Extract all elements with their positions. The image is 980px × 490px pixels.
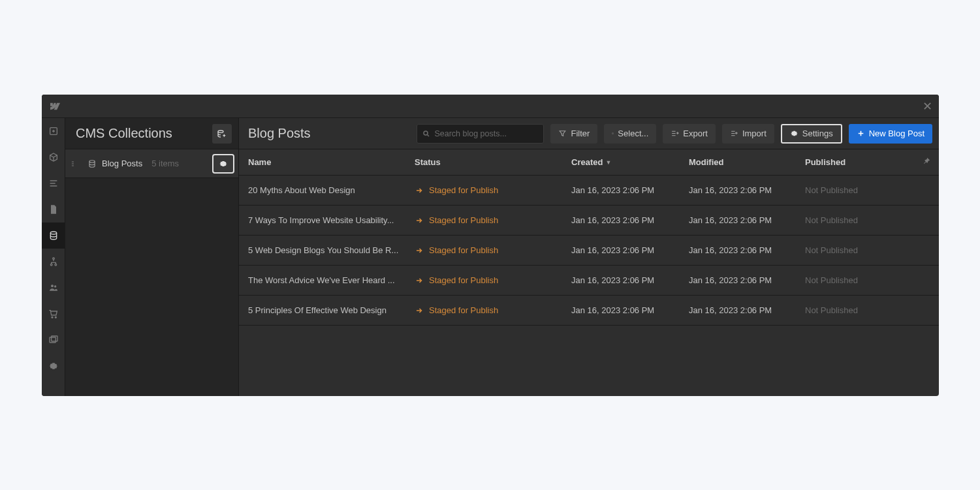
import-button[interactable]: Import	[722, 124, 774, 144]
svg-rect-10	[52, 336, 57, 341]
svg-rect-14	[612, 132, 614, 134]
plus-icon	[857, 129, 865, 138]
rail-users-icon[interactable]	[42, 275, 65, 301]
svg-rect-9	[50, 337, 55, 343]
table-row[interactable]: 7 Ways To Improve Website Usability...St…	[239, 206, 939, 236]
select-button[interactable]: Select...	[604, 124, 656, 144]
collections-sidebar: CMS Collections Blog Posts 5 items	[65, 95, 239, 396]
collection-settings-button[interactable]	[212, 154, 234, 174]
cell-status: Staged for Publish	[415, 275, 571, 285]
cell-modified: Jan 16, 2023 2:06 PM	[689, 305, 805, 315]
collection-row-blog-posts[interactable]: Blog Posts 5 items	[65, 149, 238, 178]
search-input[interactable]: Search blog posts...	[417, 124, 544, 144]
add-collection-icon	[217, 129, 227, 138]
collection-name: Blog Posts	[102, 159, 142, 168]
cell-name: 20 Myths About Web Design	[248, 185, 415, 195]
add-collection-button[interactable]	[212, 124, 232, 144]
cell-status: Staged for Publish	[415, 215, 571, 225]
cell-published: Not Published	[805, 185, 930, 195]
svg-point-1	[50, 232, 56, 234]
pin-icon[interactable]	[922, 157, 931, 168]
rail-pages-icon[interactable]	[42, 196, 65, 222]
cell-status: Staged for Publish	[415, 185, 571, 195]
cell-status: Staged for Publish	[415, 245, 571, 255]
rail-logic-icon[interactable]	[42, 249, 65, 275]
settings-button[interactable]: Settings	[781, 124, 842, 144]
cell-published: Not Published	[805, 275, 930, 285]
rail-cms-icon[interactable]	[42, 222, 65, 249]
col-status[interactable]: Status	[415, 157, 571, 167]
rail-box-icon[interactable]	[42, 144, 65, 170]
rail-navigator-icon[interactable]	[42, 170, 65, 196]
cell-modified: Jan 16, 2023 2:06 PM	[689, 215, 805, 225]
cell-name: 5 Principles Of Effective Web Design	[248, 305, 415, 315]
left-rail	[42, 95, 65, 396]
cell-modified: Jan 16, 2023 2:06 PM	[689, 185, 805, 195]
svg-point-7	[52, 316, 53, 318]
main-panel: Blog Posts Search blog posts... Filter S…	[239, 95, 939, 396]
drag-handle-icon[interactable]	[72, 161, 77, 166]
collection-count: 5 items	[151, 159, 179, 168]
svg-point-11	[218, 130, 223, 132]
rail-assets-icon[interactable]	[42, 327, 65, 353]
cell-created: Jan 16, 2023 2:06 PM	[571, 185, 689, 195]
import-icon	[730, 129, 738, 138]
close-icon[interactable]: ✕	[923, 99, 932, 114]
svg-point-6	[54, 285, 56, 287]
table-row[interactable]: 5 Principles Of Effective Web DesignStag…	[239, 296, 939, 326]
arrow-right-icon	[415, 247, 424, 254]
app-window: ✕ CMS Collections Blog Posts	[42, 95, 939, 396]
table-row[interactable]: The Worst Advice We've Ever Heard ...Sta…	[239, 266, 939, 296]
svg-point-8	[55, 316, 56, 318]
table-body: 20 Myths About Web DesignStaged for Publ…	[239, 176, 939, 326]
cell-published: Not Published	[805, 215, 930, 225]
svg-point-4	[55, 264, 57, 266]
svg-point-2	[53, 258, 55, 260]
cell-status: Staged for Publish	[415, 305, 571, 315]
cell-modified: Jan 16, 2023 2:06 PM	[689, 275, 805, 285]
table-row[interactable]: 20 Myths About Web DesignStaged for Publ…	[239, 176, 939, 206]
cell-created: Jan 16, 2023 2:06 PM	[571, 245, 689, 255]
cell-published: Not Published	[805, 245, 930, 255]
filter-button[interactable]: Filter	[550, 124, 597, 144]
sort-desc-icon: ▼	[605, 159, 611, 166]
cell-name: 7 Ways To Improve Website Usability...	[248, 215, 415, 225]
rail-ecommerce-icon[interactable]	[42, 301, 65, 327]
col-published[interactable]: Published	[805, 157, 930, 167]
cell-modified: Jan 16, 2023 2:06 PM	[689, 245, 805, 255]
main-toolbar: Blog Posts Search blog posts... Filter S…	[239, 118, 939, 149]
gear-icon	[790, 129, 798, 138]
webflow-logo-icon	[48, 100, 60, 112]
cell-name: The Worst Advice We've Ever Heard ...	[248, 275, 415, 285]
filter-icon	[558, 129, 567, 138]
svg-point-5	[51, 284, 54, 287]
rail-add-icon[interactable]	[42, 118, 65, 144]
main-title: Blog Posts	[248, 126, 311, 141]
cell-created: Jan 16, 2023 2:06 PM	[571, 275, 689, 285]
select-icon	[612, 129, 614, 138]
cell-created: Jan 16, 2023 2:06 PM	[571, 215, 689, 225]
collection-icon	[87, 159, 97, 168]
col-created[interactable]: Created ▼	[571, 157, 689, 167]
svg-point-12	[89, 160, 95, 162]
col-name[interactable]: Name	[248, 157, 415, 167]
new-item-button[interactable]: New Blog Post	[849, 124, 932, 144]
sidebar-title: CMS Collections	[76, 126, 172, 141]
svg-point-3	[50, 264, 52, 266]
cell-created: Jan 16, 2023 2:06 PM	[571, 305, 689, 315]
sidebar-header: CMS Collections	[65, 118, 238, 149]
arrow-right-icon	[415, 217, 424, 224]
arrow-right-icon	[415, 277, 424, 284]
table-header: Name Status Created ▼ Modified Published	[239, 149, 939, 176]
svg-point-13	[424, 131, 428, 135]
export-icon	[671, 129, 679, 138]
arrow-right-icon	[415, 187, 424, 194]
col-modified[interactable]: Modified	[689, 157, 805, 167]
rail-settings-icon[interactable]	[42, 353, 65, 379]
export-button[interactable]: Export	[663, 124, 716, 144]
search-placeholder: Search blog posts...	[434, 129, 506, 138]
gear-icon	[219, 159, 228, 168]
arrow-right-icon	[415, 307, 424, 314]
cell-name: 5 Web Design Blogs You Should Be R...	[248, 245, 415, 255]
table-row[interactable]: 5 Web Design Blogs You Should Be R...Sta…	[239, 236, 939, 266]
